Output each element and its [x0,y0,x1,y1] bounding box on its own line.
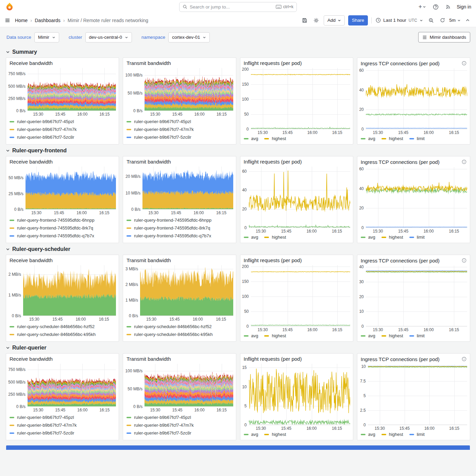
legend-item-avg[interactable]: avg [361,235,375,240]
panel-title[interactable]: Receive bandwidth [10,356,116,362]
panel-title[interactable]: Inflight requests (per pod) [244,356,350,362]
breadcrumb-home[interactable]: Home [15,18,28,23]
legend-item-limit[interactable]: limit [409,333,425,338]
legend-item-highest[interactable]: highest [381,432,403,437]
legend-item-ruler-query-frontend-745595dfdc-8rk7q[interactable]: ruler-query-frontend-745595dfdc-8rk7q [126,224,232,232]
panel-title[interactable]: Ingress TCP connections (per pod) [361,61,461,66]
variable-value-cluster[interactable]: dev-us-central-0 [85,32,132,42]
legend-item-highest[interactable]: highest [264,432,286,437]
legend-item-avg[interactable]: avg [244,235,258,240]
legend-item-ruler-querier-b9b67fcf7-47m7k[interactable]: ruler-querier-b9b67fcf7-47m7k [126,125,232,133]
legend-item-limit[interactable]: limit [409,432,425,437]
legend-item-ruler-query-scheduler-846b656bc-hzf52[interactable]: ruler-query-scheduler-846b656bc-hzf52 [126,323,232,330]
legend-item-highest[interactable]: highest [264,235,286,240]
sign-in-link[interactable]: Sign in [457,4,471,10]
panel-title[interactable]: Transmit bandwidth [126,356,233,362]
chart-canvas[interactable] [366,266,467,326]
legend-item-ruler-query-scheduler-846b656bc-hzf52[interactable]: ruler-query-scheduler-846b656bc-hzf52 [10,323,115,330]
search-input[interactable] [190,4,273,10]
chart-canvas[interactable] [144,68,233,111]
breadcrumb-dashboards[interactable]: Dashboards [35,18,61,23]
panel-title[interactable]: Receive bandwidth [10,257,116,263]
zoom-out-button[interactable] [427,16,435,24]
panel-title[interactable]: Inflight requests (per pod) [244,257,350,263]
refresh-button[interactable] [439,16,446,24]
toolbar-collapse-button[interactable] [464,17,471,24]
legend-item-ruler-querier-b9b67fcf7-45pzl[interactable]: ruler-querier-b9b67fcf7-45pzl [126,118,232,125]
legend-item-highest[interactable]: highest [264,333,286,338]
legend-item-ruler-querier-b9b67fcf7-45pzl[interactable]: ruler-querier-b9b67fcf7-45pzl [126,413,232,421]
info-icon[interactable] [461,60,467,66]
chart-canvas[interactable] [28,364,116,407]
legend-item-ruler-query-scheduler-846b656bc-k95kh[interactable]: ruler-query-scheduler-846b656bc-k95kh [126,330,232,338]
legend-item-avg[interactable]: avg [361,333,375,338]
time-range-picker[interactable]: Last 1 hour UTC [375,16,424,24]
variable-value-datasource[interactable]: Mimir [34,32,59,42]
dashboard-settings-button[interactable] [312,16,320,24]
legend-item-ruler-query-frontend-745595dfdc-q7b7x[interactable]: ruler-query-frontend-745595dfdc-q7b7x [10,232,115,240]
legend-item-limit[interactable]: limit [409,136,425,141]
chart-canvas[interactable] [23,265,116,316]
panel-title[interactable]: Transmit bandwidth [126,60,233,66]
legend-item-avg[interactable]: avg [244,136,258,141]
panel-title[interactable]: Transmit bandwidth [126,257,233,263]
legend-item-ruler-querier-b9b67fcf7-5zc8r[interactable]: ruler-querier-b9b67fcf7-5zc8r [10,429,115,437]
panel-title[interactable]: Receive bandwidth [10,159,116,165]
global-search-box[interactable]: ctrl+k [179,2,297,12]
share-button[interactable]: Share [348,15,368,26]
legend-item-ruler-querier-b9b67fcf7-5zc8r[interactable]: ruler-querier-b9b67fcf7-5zc8r [10,133,115,141]
chart-canvas[interactable] [142,167,233,209]
legend-item-ruler-query-scheduler-846b656bc-k95kh[interactable]: ruler-query-scheduler-846b656bc-k95kh [10,330,115,338]
panel-title[interactable]: Transmit bandwidth [126,159,233,165]
legend-item-avg[interactable]: avg [361,432,375,437]
panel-title[interactable]: Inflight requests (per pod) [244,159,350,165]
legend-item-ruler-query-frontend-745595dfdc-6hnpp[interactable]: ruler-query-frontend-745595dfdc-6hnpp [126,216,232,224]
chart-canvas[interactable] [366,167,467,228]
section-header-ruler-query-scheduler[interactable]: Ruler-query-scheduler [6,243,470,255]
chart-canvas[interactable] [251,68,350,129]
variable-label-datasource[interactable]: Data source [6,33,32,41]
variable-label-namespace[interactable]: namespace [141,33,166,41]
refresh-interval-dropdown[interactable]: 5m [449,18,461,23]
info-icon[interactable] [461,356,467,362]
section-header-ruler-querier[interactable]: Ruler-querier [6,342,470,353]
legend-item-ruler-querier-b9b67fcf7-5zc8r[interactable]: ruler-querier-b9b67fcf7-5zc8r [126,133,232,141]
legend-item-ruler-query-frontend-745595dfdc-q7b7x[interactable]: ruler-query-frontend-745595dfdc-q7b7x [126,232,232,240]
legend-item-ruler-querier-b9b67fcf7-45pzl[interactable]: ruler-querier-b9b67fcf7-45pzl [10,413,115,421]
panel-title[interactable]: Ingress TCP connections (per pod) [361,356,461,362]
chart-canvas[interactable] [28,68,116,111]
legend-item-highest[interactable]: highest [381,333,403,338]
panel-title[interactable]: Receive bandwidth [10,60,116,66]
section-header-ruler-query-frontend[interactable]: Ruler-query-frontend [6,144,470,156]
add-panel-button[interactable]: Add [324,15,345,26]
panel-title[interactable]: Ingress TCP connections (per pod) [361,159,461,165]
legend-item-ruler-querier-b9b67fcf7-45pzl[interactable]: ruler-querier-b9b67fcf7-45pzl [10,118,115,125]
legend-item-ruler-querier-b9b67fcf7-47m7k[interactable]: ruler-querier-b9b67fcf7-47m7k [10,125,115,133]
mimir-dashboards-button[interactable]: Mimir dashboards [418,32,470,42]
legend-item-highest[interactable]: highest [264,136,286,141]
panel-title[interactable]: Inflight requests (per pod) [244,60,350,66]
legend-item-highest[interactable]: highest [381,136,403,141]
help-button[interactable] [432,3,440,11]
section-header-summary[interactable]: Summary [6,46,470,57]
legend-item-ruler-querier-b9b67fcf7-5zc8r[interactable]: ruler-querier-b9b67fcf7-5zc8r [126,429,232,437]
info-icon[interactable] [461,159,467,165]
legend-item-limit[interactable]: limit [409,235,425,240]
variable-label-cluster[interactable]: cluster [68,33,83,41]
legend-item-avg[interactable]: avg [244,333,258,338]
legend-item-avg[interactable]: avg [361,136,375,141]
chart-canvas[interactable] [144,364,233,407]
legend-item-highest[interactable]: highest [381,235,403,240]
panel-title[interactable]: Ingress TCP connections (per pod) [361,258,461,264]
variable-value-namespace[interactable]: cortex-dev-01 [168,32,210,42]
legend-item-ruler-query-frontend-745595dfdc-8rk7q[interactable]: ruler-query-frontend-745595dfdc-8rk7q [10,224,115,232]
chart-canvas[interactable] [140,265,233,316]
new-menu-button[interactable]: + [418,3,427,10]
grafana-logo-icon[interactable] [5,2,14,12]
legend-item-ruler-query-frontend-745595dfdc-6hnpp[interactable]: ruler-query-frontend-745595dfdc-6hnpp [10,216,115,224]
info-icon[interactable] [461,257,467,264]
chart-canvas[interactable] [366,68,467,129]
legend-item-ruler-querier-b9b67fcf7-47m7k[interactable]: ruler-querier-b9b67fcf7-47m7k [10,421,115,429]
chart-canvas[interactable] [249,364,350,425]
chart-canvas[interactable] [368,364,467,425]
